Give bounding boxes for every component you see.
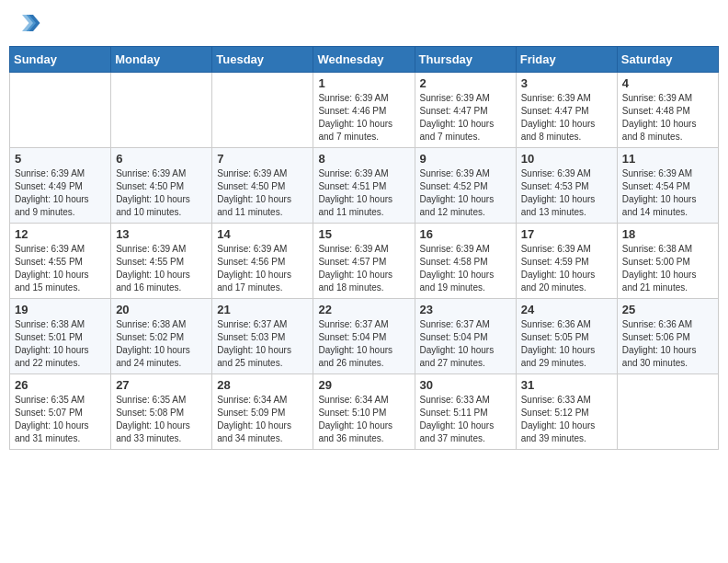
calendar-cell: 19Sunrise: 6:38 AM Sunset: 5:01 PM Dayli… bbox=[10, 299, 111, 374]
day-info: Sunrise: 6:33 AM Sunset: 5:11 PM Dayligh… bbox=[420, 394, 511, 445]
calendar-cell bbox=[10, 73, 111, 148]
day-info: Sunrise: 6:38 AM Sunset: 5:01 PM Dayligh… bbox=[15, 318, 106, 370]
calendar-cell: 15Sunrise: 6:39 AM Sunset: 4:57 PM Dayli… bbox=[313, 224, 415, 299]
day-info: Sunrise: 6:36 AM Sunset: 5:05 PM Dayligh… bbox=[521, 318, 612, 370]
day-number: 7 bbox=[217, 152, 308, 166]
calendar-cell: 25Sunrise: 6:36 AM Sunset: 5:06 PM Dayli… bbox=[617, 299, 718, 374]
calendar-cell: 2Sunrise: 6:39 AM Sunset: 4:47 PM Daylig… bbox=[415, 73, 516, 148]
calendar-cell: 11Sunrise: 6:39 AM Sunset: 4:54 PM Dayli… bbox=[617, 148, 718, 224]
calendar-cell bbox=[111, 73, 212, 148]
day-info: Sunrise: 6:39 AM Sunset: 4:54 PM Dayligh… bbox=[622, 167, 713, 219]
calendar-week-1: 1Sunrise: 6:39 AM Sunset: 4:46 PM Daylig… bbox=[10, 73, 719, 148]
day-number: 4 bbox=[622, 76, 713, 90]
calendar-header-row: SundayMondayTuesdayWednesdayThursdayFrid… bbox=[10, 47, 719, 73]
calendar-cell bbox=[617, 374, 718, 450]
day-info: Sunrise: 6:39 AM Sunset: 4:55 PM Dayligh… bbox=[116, 243, 207, 294]
calendar-cell: 20Sunrise: 6:38 AM Sunset: 5:02 PM Dayli… bbox=[111, 299, 212, 374]
calendar-table: SundayMondayTuesdayWednesdayThursdayFrid… bbox=[9, 46, 719, 450]
calendar-week-4: 19Sunrise: 6:38 AM Sunset: 5:01 PM Dayli… bbox=[10, 299, 719, 374]
calendar-cell: 16Sunrise: 6:39 AM Sunset: 4:58 PM Dayli… bbox=[415, 224, 516, 299]
day-info: Sunrise: 6:39 AM Sunset: 4:51 PM Dayligh… bbox=[318, 167, 409, 219]
day-number: 17 bbox=[521, 227, 612, 241]
calendar-cell: 6Sunrise: 6:39 AM Sunset: 4:50 PM Daylig… bbox=[111, 148, 212, 224]
calendar-cell: 29Sunrise: 6:34 AM Sunset: 5:10 PM Dayli… bbox=[313, 374, 415, 450]
day-number: 31 bbox=[521, 378, 612, 392]
day-number: 9 bbox=[420, 152, 511, 166]
day-info: Sunrise: 6:39 AM Sunset: 4:56 PM Dayligh… bbox=[217, 243, 308, 294]
calendar-cell: 13Sunrise: 6:39 AM Sunset: 4:55 PM Dayli… bbox=[111, 224, 212, 299]
day-number: 22 bbox=[318, 303, 409, 316]
day-info: Sunrise: 6:39 AM Sunset: 4:47 PM Dayligh… bbox=[521, 92, 612, 144]
logo-icon bbox=[14, 9, 41, 37]
day-info: Sunrise: 6:39 AM Sunset: 4:58 PM Dayligh… bbox=[420, 243, 511, 294]
day-of-week-wednesday: Wednesday bbox=[313, 47, 415, 73]
day-info: Sunrise: 6:37 AM Sunset: 5:03 PM Dayligh… bbox=[217, 318, 308, 370]
calendar-week-2: 5Sunrise: 6:39 AM Sunset: 4:49 PM Daylig… bbox=[10, 148, 719, 224]
calendar-cell: 21Sunrise: 6:37 AM Sunset: 5:03 PM Dayli… bbox=[212, 299, 313, 374]
day-info: Sunrise: 6:39 AM Sunset: 4:48 PM Dayligh… bbox=[622, 92, 713, 144]
calendar-cell: 3Sunrise: 6:39 AM Sunset: 4:47 PM Daylig… bbox=[516, 73, 617, 148]
calendar-cell: 8Sunrise: 6:39 AM Sunset: 4:51 PM Daylig… bbox=[313, 148, 415, 224]
calendar-cell: 14Sunrise: 6:39 AM Sunset: 4:56 PM Dayli… bbox=[212, 224, 313, 299]
logo bbox=[14, 9, 45, 37]
day-info: Sunrise: 6:37 AM Sunset: 5:04 PM Dayligh… bbox=[318, 318, 409, 370]
calendar-cell: 28Sunrise: 6:34 AM Sunset: 5:09 PM Dayli… bbox=[212, 374, 313, 450]
calendar-cell: 1Sunrise: 6:39 AM Sunset: 4:46 PM Daylig… bbox=[313, 73, 415, 148]
day-number: 16 bbox=[420, 227, 511, 241]
day-number: 25 bbox=[622, 303, 713, 316]
day-info: Sunrise: 6:38 AM Sunset: 5:02 PM Dayligh… bbox=[116, 318, 207, 370]
day-number: 24 bbox=[521, 303, 612, 316]
calendar-cell: 9Sunrise: 6:39 AM Sunset: 4:52 PM Daylig… bbox=[415, 148, 516, 224]
day-info: Sunrise: 6:39 AM Sunset: 4:50 PM Dayligh… bbox=[217, 167, 308, 219]
day-info: Sunrise: 6:39 AM Sunset: 4:55 PM Dayligh… bbox=[15, 243, 106, 294]
day-number: 26 bbox=[15, 378, 106, 392]
day-number: 20 bbox=[116, 303, 207, 316]
day-number: 8 bbox=[318, 152, 409, 166]
calendar-cell: 10Sunrise: 6:39 AM Sunset: 4:53 PM Dayli… bbox=[516, 148, 617, 224]
day-info: Sunrise: 6:36 AM Sunset: 5:06 PM Dayligh… bbox=[622, 318, 713, 370]
day-info: Sunrise: 6:39 AM Sunset: 4:52 PM Dayligh… bbox=[420, 167, 511, 219]
day-number: 14 bbox=[217, 227, 308, 241]
day-of-week-sunday: Sunday bbox=[10, 47, 111, 73]
day-info: Sunrise: 6:35 AM Sunset: 5:07 PM Dayligh… bbox=[15, 394, 106, 445]
day-number: 1 bbox=[318, 76, 409, 90]
day-number: 27 bbox=[116, 378, 207, 392]
day-number: 19 bbox=[15, 303, 106, 316]
day-number: 23 bbox=[420, 303, 511, 316]
day-info: Sunrise: 6:37 AM Sunset: 5:04 PM Dayligh… bbox=[420, 318, 511, 370]
calendar-cell: 27Sunrise: 6:35 AM Sunset: 5:08 PM Dayli… bbox=[111, 374, 212, 450]
day-number: 18 bbox=[622, 227, 713, 241]
day-number: 3 bbox=[521, 76, 612, 90]
day-info: Sunrise: 6:35 AM Sunset: 5:08 PM Dayligh… bbox=[116, 394, 207, 445]
day-number: 28 bbox=[217, 378, 308, 392]
calendar-week-3: 12Sunrise: 6:39 AM Sunset: 4:55 PM Dayli… bbox=[10, 224, 719, 299]
day-of-week-thursday: Thursday bbox=[415, 47, 516, 73]
day-info: Sunrise: 6:39 AM Sunset: 4:49 PM Dayligh… bbox=[15, 167, 106, 219]
day-number: 10 bbox=[521, 152, 612, 166]
calendar-cell: 7Sunrise: 6:39 AM Sunset: 4:50 PM Daylig… bbox=[212, 148, 313, 224]
day-of-week-friday: Friday bbox=[516, 47, 617, 73]
day-info: Sunrise: 6:34 AM Sunset: 5:10 PM Dayligh… bbox=[318, 394, 409, 445]
day-number: 21 bbox=[217, 303, 308, 316]
day-info: Sunrise: 6:39 AM Sunset: 4:57 PM Dayligh… bbox=[318, 243, 409, 294]
calendar-cell: 31Sunrise: 6:33 AM Sunset: 5:12 PM Dayli… bbox=[516, 374, 617, 450]
calendar-week-5: 26Sunrise: 6:35 AM Sunset: 5:07 PM Dayli… bbox=[10, 374, 719, 450]
day-info: Sunrise: 6:38 AM Sunset: 5:00 PM Dayligh… bbox=[622, 243, 713, 294]
calendar-cell: 12Sunrise: 6:39 AM Sunset: 4:55 PM Dayli… bbox=[10, 224, 111, 299]
day-info: Sunrise: 6:39 AM Sunset: 4:46 PM Dayligh… bbox=[318, 92, 409, 144]
day-number: 13 bbox=[116, 227, 207, 241]
day-of-week-tuesday: Tuesday bbox=[212, 47, 313, 73]
day-number: 2 bbox=[420, 76, 511, 90]
calendar-cell: 4Sunrise: 6:39 AM Sunset: 4:48 PM Daylig… bbox=[617, 73, 718, 148]
day-info: Sunrise: 6:39 AM Sunset: 4:53 PM Dayligh… bbox=[521, 167, 612, 219]
day-info: Sunrise: 6:33 AM Sunset: 5:12 PM Dayligh… bbox=[521, 394, 612, 445]
day-number: 6 bbox=[116, 152, 207, 166]
day-number: 11 bbox=[622, 152, 713, 166]
calendar-cell: 17Sunrise: 6:39 AM Sunset: 4:59 PM Dayli… bbox=[516, 224, 617, 299]
header bbox=[9, 9, 719, 37]
day-of-week-monday: Monday bbox=[111, 47, 212, 73]
day-info: Sunrise: 6:39 AM Sunset: 4:59 PM Dayligh… bbox=[521, 243, 612, 294]
page: SundayMondayTuesdayWednesdayThursdayFrid… bbox=[0, 0, 728, 459]
calendar-cell bbox=[212, 73, 313, 148]
calendar-cell: 24Sunrise: 6:36 AM Sunset: 5:05 PM Dayli… bbox=[516, 299, 617, 374]
